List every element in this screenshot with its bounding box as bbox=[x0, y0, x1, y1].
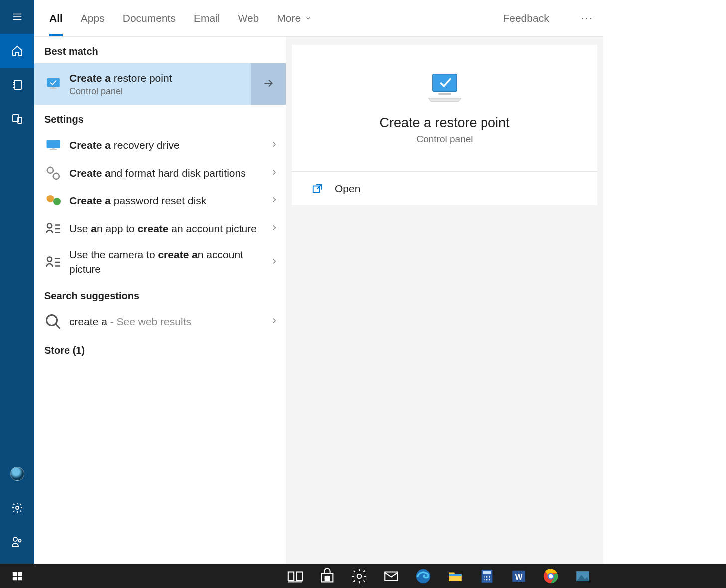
taskbar: W bbox=[0, 564, 726, 588]
svg-point-34 bbox=[357, 574, 362, 578]
person-list-icon bbox=[44, 253, 62, 271]
svg-point-16 bbox=[47, 224, 52, 228]
web-suggestion[interactable]: create a - See web results bbox=[34, 308, 286, 336]
svg-rect-26 bbox=[12, 576, 16, 580]
notebook-button[interactable] bbox=[0, 68, 34, 102]
svg-point-18 bbox=[47, 315, 57, 326]
chevron-right-icon bbox=[270, 168, 279, 179]
chevron-right-icon bbox=[270, 140, 279, 151]
search-icon bbox=[44, 313, 62, 331]
people-icon bbox=[44, 192, 62, 210]
section-best-match: Best match bbox=[34, 37, 286, 63]
devices-button[interactable] bbox=[0, 102, 34, 136]
svg-rect-33 bbox=[328, 578, 330, 580]
tab-more[interactable]: More bbox=[277, 12, 312, 24]
svg-point-13 bbox=[53, 173, 59, 179]
result-title: Create a password reset disk bbox=[69, 194, 266, 208]
svg-rect-11 bbox=[52, 148, 54, 150]
svg-text:W: W bbox=[515, 573, 523, 581]
calculator-app[interactable] bbox=[479, 568, 495, 585]
settings-button[interactable] bbox=[0, 491, 34, 525]
preview-card: Create a restore point Control panel bbox=[292, 45, 597, 172]
app-unknown[interactable] bbox=[574, 568, 591, 585]
svg-point-17 bbox=[47, 257, 52, 261]
svg-rect-24 bbox=[12, 572, 16, 575]
filter-tabs: All Apps Documents Email Web More Feedba… bbox=[34, 0, 603, 37]
explorer-app[interactable] bbox=[447, 568, 464, 585]
best-match-subtitle: Control panel bbox=[69, 86, 279, 97]
svg-rect-32 bbox=[325, 578, 327, 580]
cortana-sidebar bbox=[0, 0, 34, 564]
task-view-button[interactable] bbox=[287, 568, 304, 585]
svg-rect-29 bbox=[297, 572, 302, 580]
tab-documents[interactable]: Documents bbox=[123, 12, 176, 24]
svg-rect-38 bbox=[483, 571, 491, 574]
preview-pane: Create a restore point Control panel Ope… bbox=[286, 37, 603, 564]
svg-rect-6 bbox=[47, 78, 60, 87]
more-options-button[interactable]: ··· bbox=[581, 12, 593, 25]
monitor-icon bbox=[44, 136, 62, 154]
settings-result-password-reset[interactable]: Create a password reset disk bbox=[34, 187, 286, 215]
best-match-result[interactable]: Create a restore point Control panel bbox=[34, 63, 286, 105]
tab-web[interactable]: Web bbox=[238, 12, 259, 24]
svg-point-40 bbox=[486, 576, 488, 578]
start-button[interactable] bbox=[0, 564, 34, 588]
open-icon bbox=[311, 183, 324, 194]
store-app[interactable] bbox=[319, 568, 336, 585]
svg-rect-31 bbox=[328, 576, 330, 578]
tab-apps[interactable]: Apps bbox=[81, 12, 105, 24]
open-action[interactable]: Open bbox=[292, 172, 597, 205]
windows-icon bbox=[12, 571, 23, 582]
settings-app[interactable] bbox=[351, 568, 368, 585]
result-title: Use an app to create an account picture bbox=[69, 222, 266, 236]
preview-subtitle: Control panel bbox=[416, 134, 473, 145]
best-match-title: Create a restore point bbox=[69, 71, 279, 85]
edge-app[interactable] bbox=[415, 568, 432, 585]
svg-point-15 bbox=[53, 198, 61, 205]
svg-rect-21 bbox=[438, 93, 451, 95]
menu-button[interactable] bbox=[0, 0, 34, 34]
svg-rect-28 bbox=[288, 572, 294, 580]
tab-email[interactable]: Email bbox=[194, 12, 220, 24]
svg-point-14 bbox=[47, 195, 54, 202]
svg-point-12 bbox=[47, 167, 53, 173]
open-label: Open bbox=[335, 183, 360, 195]
user-avatar[interactable] bbox=[0, 457, 34, 491]
monitor-check-large-icon bbox=[423, 71, 466, 106]
word-app[interactable]: W bbox=[510, 568, 527, 585]
monitor-check-icon bbox=[44, 75, 62, 93]
person-list-icon bbox=[44, 220, 62, 238]
chevron-right-icon bbox=[270, 223, 279, 234]
svg-point-39 bbox=[484, 576, 485, 578]
home-button[interactable] bbox=[0, 34, 34, 68]
section-settings: Settings bbox=[34, 105, 286, 131]
svg-rect-36 bbox=[449, 574, 462, 576]
chrome-app[interactable] bbox=[542, 568, 559, 585]
tab-all[interactable]: All bbox=[49, 12, 63, 24]
section-store: Store (1) bbox=[34, 336, 286, 362]
section-search-suggestions: Search suggestions bbox=[34, 281, 286, 308]
svg-point-44 bbox=[489, 579, 490, 580]
chevron-down-icon bbox=[305, 15, 312, 22]
svg-point-42 bbox=[484, 579, 485, 580]
svg-point-49 bbox=[549, 574, 553, 578]
svg-rect-19 bbox=[433, 74, 457, 91]
chevron-right-icon bbox=[270, 316, 279, 327]
feedback-sidebar-button[interactable] bbox=[0, 525, 34, 559]
result-title: Use the camera to create an account pict… bbox=[69, 248, 266, 276]
settings-result-recovery-drive[interactable]: Create a recovery drive bbox=[34, 131, 286, 159]
settings-result-format-disk[interactable]: Create and format hard disk partitions bbox=[34, 159, 286, 187]
settings-result-camera-account-picture[interactable]: Use the camera to create an account pict… bbox=[34, 243, 286, 281]
mail-app[interactable] bbox=[383, 568, 400, 585]
svg-point-41 bbox=[489, 576, 490, 578]
svg-point-43 bbox=[486, 579, 488, 580]
svg-rect-25 bbox=[17, 572, 21, 575]
svg-rect-0 bbox=[14, 80, 21, 89]
settings-result-app-account-picture[interactable]: Use an app to create an account picture bbox=[34, 215, 286, 243]
svg-point-3 bbox=[16, 506, 19, 509]
feedback-link[interactable]: Feedback bbox=[503, 12, 549, 24]
svg-rect-8 bbox=[52, 87, 54, 88]
preview-title: Create a restore point bbox=[379, 115, 509, 131]
result-title: Create and format hard disk partitions bbox=[69, 166, 266, 180]
svg-point-5 bbox=[18, 540, 21, 542]
